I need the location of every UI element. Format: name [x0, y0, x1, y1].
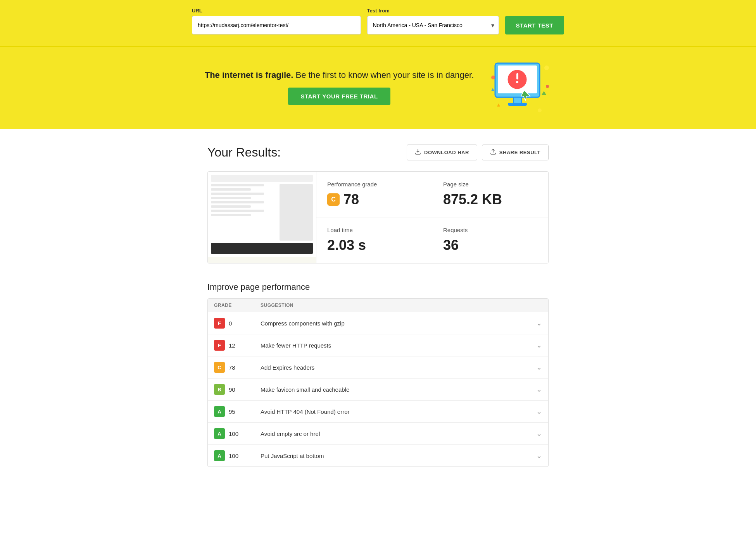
grade-badge: A [214, 406, 225, 417]
suggestion-column-header: SUGGESTION [261, 303, 523, 308]
ss-line [211, 193, 264, 195]
ss-body [211, 184, 313, 241]
grade-score-value: 100 [229, 430, 238, 437]
load-time-number: 2.03 s [327, 237, 366, 253]
banner-cta-button[interactable]: START YOUR FREE TRIAL [288, 88, 390, 105]
banner-tagline-bold: The internet is fragile. [205, 70, 293, 80]
start-test-button[interactable]: START TEST [505, 16, 564, 34]
results-title: Your Results: [207, 145, 281, 160]
performance-grade-badge: C [327, 193, 340, 206]
ss-line [211, 201, 264, 203]
share-result-label: SHARE RESULT [499, 150, 540, 155]
ss-line [211, 214, 251, 216]
test-from-group: Test from North America - USA - San Fran… [367, 8, 499, 34]
grade-score: F 12 [214, 340, 261, 351]
svg-point-13 [546, 85, 549, 88]
chevron-down-icon[interactable]: ⌄ [536, 429, 542, 438]
page-size-cell: Page size 875.2 KB [432, 172, 548, 217]
ss-line [211, 188, 251, 191]
ss-footer-bar [211, 243, 313, 254]
grade-score-value: 90 [229, 386, 235, 393]
url-input[interactable] [192, 16, 361, 34]
page-size-value-row: 875.2 KB [443, 191, 537, 208]
requests-number: 36 [443, 237, 459, 253]
top-bar: URL Test from North America - USA - San … [0, 0, 756, 46]
download-har-button[interactable]: DOWNLOAD HAR [407, 145, 477, 160]
url-group: URL [192, 8, 361, 34]
grade-badge: C [214, 362, 225, 373]
load-time-value-row: 2.03 s [327, 237, 421, 253]
svg-point-9 [544, 65, 549, 70]
grade-score: B 90 [214, 384, 261, 395]
expand-column-header [523, 303, 542, 308]
suggestion-text: Avoid HTTP 404 (Not Found) error [261, 408, 523, 415]
table-row[interactable]: F 0 Compress components with gzip ⌄ [208, 312, 548, 334]
ss-line [211, 197, 251, 199]
banner-tagline-rest: Be the first to know when your site is i… [293, 70, 474, 80]
svg-point-6 [516, 81, 518, 83]
improve-title: Improve page performance [207, 282, 549, 292]
suggestion-text: Compress components with gzip [261, 320, 523, 327]
table-row[interactable]: A 95 Avoid HTTP 404 (Not Found) error ⌄ [208, 401, 548, 423]
improve-table: GRADE SUGGESTION F 0 Compress components… [207, 298, 549, 467]
grade-badge: A [214, 428, 225, 439]
svg-rect-3 [508, 103, 527, 106]
grade-badge: F [214, 340, 225, 351]
requests-cell: Requests 36 [432, 217, 548, 263]
grade-score: F 0 [214, 318, 261, 329]
load-time-label: Load time [327, 227, 421, 233]
test-from-label: Test from [367, 8, 499, 14]
chevron-down-icon[interactable]: ⌄ [536, 341, 542, 349]
grade-badge: F [214, 318, 225, 329]
chevron-down-icon[interactable]: ⌄ [536, 385, 542, 394]
page-screenshot [208, 172, 316, 257]
svg-marker-12 [497, 103, 500, 107]
grade-score: A 100 [214, 428, 261, 439]
banner-tagline: The internet is fragile. Be the first to… [205, 69, 474, 81]
load-time-cell: Load time 2.03 s [316, 217, 432, 263]
improve-table-header: GRADE SUGGESTION [208, 299, 548, 312]
chevron-down-icon[interactable]: ⌄ [536, 363, 542, 372]
chevron-down-icon[interactable]: ⌄ [536, 407, 542, 416]
performance-grade-label: Performance grade [327, 181, 421, 188]
svg-rect-2 [513, 97, 521, 103]
svg-marker-10 [542, 91, 546, 95]
test-from-select[interactable]: North America - USA - San Francisco Euro… [367, 16, 499, 34]
suggestion-text: Make favicon small and cacheable [261, 386, 523, 393]
table-row[interactable]: F 12 Make fewer HTTP requests ⌄ [208, 334, 548, 356]
table-row[interactable]: A 100 Avoid empty src or href ⌄ [208, 423, 548, 445]
svg-rect-5 [516, 73, 518, 79]
requests-value-row: 36 [443, 237, 537, 253]
grade-score-value: 100 [229, 453, 238, 459]
grade-score: C 78 [214, 362, 261, 373]
table-row[interactable]: C 78 Add Expires headers ⌄ [208, 356, 548, 379]
improve-rows-container: F 0 Compress components with gzip ⌄ F 12… [208, 312, 548, 467]
share-result-button[interactable]: SHARE RESULT [482, 145, 549, 160]
url-row: URL Test from North America - USA - San … [192, 8, 564, 34]
ss-line [211, 210, 264, 212]
suggestion-text: Make fewer HTTP requests [261, 342, 523, 349]
table-row[interactable]: A 100 Put JavaScript at bottom ⌄ [208, 445, 548, 467]
suggestion-text: Put JavaScript at bottom [261, 453, 523, 459]
table-row[interactable]: B 90 Make favicon small and cacheable ⌄ [208, 379, 548, 401]
ss-right-col [280, 184, 313, 241]
page-size-label: Page size [443, 181, 537, 188]
grade-score-value: 0 [229, 320, 232, 327]
svg-marker-11 [491, 88, 494, 91]
suggestion-text: Add Expires headers [261, 364, 523, 371]
results-header: Your Results: DOWNLOAD HAR SHARE RESULT [207, 145, 549, 160]
requests-label: Requests [443, 227, 537, 233]
svg-point-14 [538, 108, 542, 112]
suggestion-text: Avoid empty src or href [261, 430, 523, 437]
results-actions: DOWNLOAD HAR SHARE RESULT [407, 145, 549, 160]
grade-score-value: 12 [229, 342, 235, 349]
grade-score: A 100 [214, 450, 261, 461]
grade-badge: A [214, 450, 225, 461]
chevron-down-icon[interactable]: ⌄ [536, 451, 542, 460]
page-size-number: 875.2 KB [443, 191, 502, 208]
main-content: Your Results: DOWNLOAD HAR SHARE RESULT [192, 145, 564, 467]
grade-score-value: 95 [229, 408, 235, 415]
ss-line [211, 184, 264, 186]
svg-point-8 [491, 76, 495, 79]
chevron-down-icon[interactable]: ⌄ [536, 319, 542, 327]
